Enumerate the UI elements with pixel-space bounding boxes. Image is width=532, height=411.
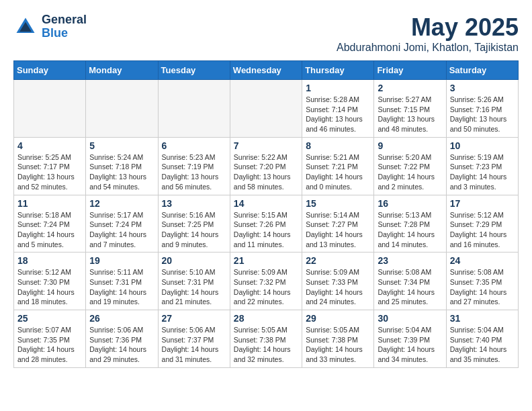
- day-info: Sunrise: 5:22 AM Sunset: 7:20 PM Dayligh…: [234, 152, 298, 192]
- calendar-cell: 11Sunrise: 5:18 AM Sunset: 7:24 PM Dayli…: [14, 195, 86, 253]
- day-info: Sunrise: 5:23 AM Sunset: 7:19 PM Dayligh…: [162, 152, 226, 192]
- calendar-cell: [14, 80, 86, 138]
- day-number: 11: [17, 198, 82, 209]
- day-info: Sunrise: 5:04 AM Sunset: 7:39 PM Dayligh…: [378, 325, 442, 365]
- day-number: 6: [162, 140, 226, 151]
- calendar-cell: 5Sunrise: 5:24 AM Sunset: 7:18 PM Daylig…: [86, 137, 158, 195]
- calendar-cell: 29Sunrise: 5:05 AM Sunset: 7:38 PM Dayli…: [302, 310, 374, 368]
- day-info: Sunrise: 5:21 AM Sunset: 7:21 PM Dayligh…: [306, 152, 370, 192]
- day-number: 17: [450, 198, 515, 209]
- calendar-cell: 19Sunrise: 5:11 AM Sunset: 7:31 PM Dayli…: [86, 253, 158, 310]
- day-info: Sunrise: 5:25 AM Sunset: 7:17 PM Dayligh…: [17, 152, 82, 192]
- day-number: 16: [378, 198, 442, 209]
- calendar-week-3: 11Sunrise: 5:18 AM Sunset: 7:24 PM Dayli…: [14, 195, 519, 253]
- day-number: 15: [306, 198, 370, 209]
- calendar-cell: 17Sunrise: 5:12 AM Sunset: 7:29 PM Dayli…: [446, 195, 518, 253]
- day-info: Sunrise: 5:17 AM Sunset: 7:24 PM Dayligh…: [89, 210, 154, 250]
- calendar-cell: 13Sunrise: 5:16 AM Sunset: 7:25 PM Dayli…: [158, 195, 230, 253]
- calendar-cell: [158, 80, 230, 138]
- calendar-table: SundayMondayTuesdayWednesdayThursdayFrid…: [13, 60, 519, 368]
- day-number: 25: [17, 313, 82, 324]
- calendar-cell: 26Sunrise: 5:06 AM Sunset: 7:36 PM Dayli…: [86, 310, 158, 368]
- day-number: 9: [378, 140, 442, 151]
- day-info: Sunrise: 5:10 AM Sunset: 7:31 PM Dayligh…: [162, 267, 226, 307]
- calendar-cell: 31Sunrise: 5:04 AM Sunset: 7:40 PM Dayli…: [446, 310, 518, 368]
- day-number: 14: [234, 198, 298, 209]
- day-info: Sunrise: 5:06 AM Sunset: 7:36 PM Dayligh…: [89, 325, 154, 365]
- day-info: Sunrise: 5:07 AM Sunset: 7:35 PM Dayligh…: [17, 325, 82, 365]
- calendar-cell: 10Sunrise: 5:19 AM Sunset: 7:23 PM Dayli…: [446, 137, 518, 195]
- page-header: General Blue May 2025 Abdurahmoni Jomi, …: [13, 13, 519, 54]
- calendar-cell: [86, 80, 158, 138]
- day-info: Sunrise: 5:09 AM Sunset: 7:33 PM Dayligh…: [306, 267, 370, 307]
- day-info: Sunrise: 5:18 AM Sunset: 7:24 PM Dayligh…: [17, 210, 82, 250]
- calendar-week-4: 18Sunrise: 5:12 AM Sunset: 7:30 PM Dayli…: [14, 253, 519, 310]
- weekday-header-sunday: Sunday: [14, 61, 86, 80]
- day-number: 19: [89, 255, 154, 266]
- day-number: 20: [162, 255, 226, 266]
- calendar-cell: 8Sunrise: 5:21 AM Sunset: 7:21 PM Daylig…: [302, 137, 374, 195]
- day-info: Sunrise: 5:06 AM Sunset: 7:37 PM Dayligh…: [162, 325, 226, 365]
- title-block: May 2025 Abdurahmoni Jomi, Khatlon, Taji…: [337, 13, 519, 54]
- day-number: 28: [234, 313, 298, 324]
- calendar-cell: [230, 80, 302, 138]
- calendar-cell: 3Sunrise: 5:26 AM Sunset: 7:16 PM Daylig…: [446, 80, 518, 138]
- calendar-cell: 2Sunrise: 5:27 AM Sunset: 7:15 PM Daylig…: [374, 80, 446, 138]
- day-number: 22: [306, 255, 370, 266]
- calendar-cell: 15Sunrise: 5:14 AM Sunset: 7:27 PM Dayli…: [302, 195, 374, 253]
- day-number: 8: [306, 140, 370, 151]
- weekday-header-monday: Monday: [86, 61, 158, 80]
- calendar-cell: 25Sunrise: 5:07 AM Sunset: 7:35 PM Dayli…: [14, 310, 86, 368]
- calendar-week-2: 4Sunrise: 5:25 AM Sunset: 7:17 PM Daylig…: [14, 137, 519, 195]
- weekday-header-saturday: Saturday: [446, 61, 518, 80]
- calendar-cell: 21Sunrise: 5:09 AM Sunset: 7:32 PM Dayli…: [230, 253, 302, 310]
- day-info: Sunrise: 5:08 AM Sunset: 7:34 PM Dayligh…: [378, 267, 442, 307]
- day-info: Sunrise: 5:27 AM Sunset: 7:15 PM Dayligh…: [378, 95, 442, 134]
- calendar-cell: 24Sunrise: 5:08 AM Sunset: 7:35 PM Dayli…: [446, 253, 518, 310]
- weekday-header-thursday: Thursday: [302, 61, 374, 80]
- day-info: Sunrise: 5:11 AM Sunset: 7:31 PM Dayligh…: [89, 267, 154, 307]
- day-number: 5: [89, 140, 154, 151]
- calendar-cell: 9Sunrise: 5:20 AM Sunset: 7:22 PM Daylig…: [374, 137, 446, 195]
- day-number: 27: [162, 313, 226, 324]
- day-number: 4: [17, 140, 82, 151]
- day-number: 18: [17, 255, 82, 266]
- day-number: 31: [450, 313, 515, 324]
- logo-line2: Blue: [42, 27, 87, 40]
- day-number: 2: [378, 83, 442, 93]
- calendar-week-1: 1Sunrise: 5:28 AM Sunset: 7:14 PM Daylig…: [14, 80, 519, 138]
- day-number: 1: [306, 83, 370, 93]
- day-info: Sunrise: 5:09 AM Sunset: 7:32 PM Dayligh…: [234, 267, 298, 307]
- day-info: Sunrise: 5:19 AM Sunset: 7:23 PM Dayligh…: [450, 152, 515, 192]
- calendar-cell: 28Sunrise: 5:05 AM Sunset: 7:38 PM Dayli…: [230, 310, 302, 368]
- day-number: 10: [450, 140, 515, 151]
- day-number: 12: [89, 198, 154, 209]
- month-title: May 2025: [337, 13, 519, 42]
- day-info: Sunrise: 5:05 AM Sunset: 7:38 PM Dayligh…: [234, 325, 298, 365]
- day-info: Sunrise: 5:12 AM Sunset: 7:30 PM Dayligh…: [17, 267, 82, 307]
- calendar-cell: 16Sunrise: 5:13 AM Sunset: 7:28 PM Dayli…: [374, 195, 446, 253]
- calendar-header-row: SundayMondayTuesdayWednesdayThursdayFrid…: [14, 61, 519, 80]
- day-info: Sunrise: 5:04 AM Sunset: 7:40 PM Dayligh…: [450, 325, 515, 365]
- day-info: Sunrise: 5:05 AM Sunset: 7:38 PM Dayligh…: [306, 325, 370, 365]
- logo: General Blue: [13, 13, 87, 40]
- day-number: 21: [234, 255, 298, 266]
- day-info: Sunrise: 5:26 AM Sunset: 7:16 PM Dayligh…: [450, 95, 515, 134]
- calendar-cell: 4Sunrise: 5:25 AM Sunset: 7:17 PM Daylig…: [14, 137, 86, 195]
- day-info: Sunrise: 5:14 AM Sunset: 7:27 PM Dayligh…: [306, 210, 370, 250]
- location-title: Abdurahmoni Jomi, Khatlon, Tajikistan: [337, 42, 519, 54]
- day-number: 13: [162, 198, 226, 209]
- calendar-week-5: 25Sunrise: 5:07 AM Sunset: 7:35 PM Dayli…: [14, 310, 519, 368]
- weekday-header-tuesday: Tuesday: [158, 61, 230, 80]
- calendar-cell: 30Sunrise: 5:04 AM Sunset: 7:39 PM Dayli…: [374, 310, 446, 368]
- calendar-cell: 20Sunrise: 5:10 AM Sunset: 7:31 PM Dayli…: [158, 253, 230, 310]
- calendar-cell: 18Sunrise: 5:12 AM Sunset: 7:30 PM Dayli…: [14, 253, 86, 310]
- day-info: Sunrise: 5:16 AM Sunset: 7:25 PM Dayligh…: [162, 210, 226, 250]
- day-number: 24: [450, 255, 515, 266]
- day-number: 26: [89, 313, 154, 324]
- day-info: Sunrise: 5:20 AM Sunset: 7:22 PM Dayligh…: [378, 152, 442, 192]
- day-number: 7: [234, 140, 298, 151]
- logo-line1: General: [42, 13, 87, 27]
- day-info: Sunrise: 5:15 AM Sunset: 7:26 PM Dayligh…: [234, 210, 298, 250]
- calendar-cell: 27Sunrise: 5:06 AM Sunset: 7:37 PM Dayli…: [158, 310, 230, 368]
